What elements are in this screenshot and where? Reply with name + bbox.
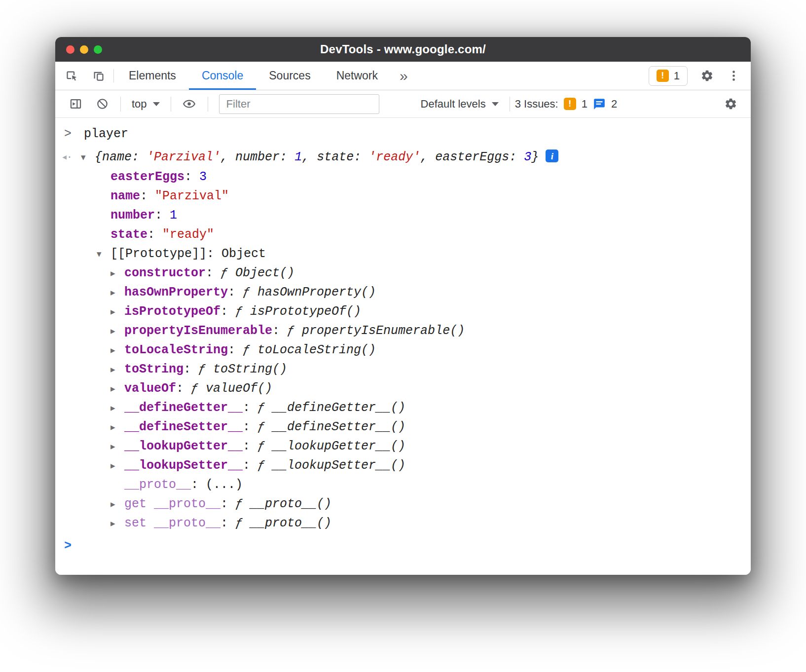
token-number: 1 — [170, 208, 177, 223]
token-name: __defineSetter__ — [124, 420, 243, 434]
log-level-selector[interactable]: Default levels — [415, 98, 505, 111]
device-toolbar-button[interactable] — [85, 62, 111, 90]
console-sidebar-button[interactable] — [62, 97, 89, 111]
token-key-i: state — [317, 150, 354, 164]
disclosure-triangle-icon[interactable]: ▸ — [110, 302, 124, 321]
console-row: ▸__defineGetter__: ƒ __defineGetter__() — [55, 398, 751, 417]
console-row: ▸propertyIsEnumerable: ƒ propertyIsEnume… — [55, 321, 751, 340]
console-row: ▸__lookupSetter__: ƒ __lookupSetter__() — [55, 456, 751, 475]
disclosure-triangle-icon[interactable]: ▸ — [110, 456, 124, 475]
live-expression-button[interactable] — [176, 97, 203, 111]
gear-icon — [724, 97, 737, 111]
device-toolbar-icon — [92, 69, 105, 82]
token-plain-i: , — [420, 150, 435, 164]
eye-icon — [183, 97, 196, 111]
console-log[interactable]: >player◂·▾{name: 'Parzival', number: 1, … — [55, 118, 751, 575]
settings-button[interactable] — [694, 62, 720, 90]
token-name: __lookupGetter__ — [124, 439, 243, 453]
token-name-light: __proto__ — [124, 478, 191, 492]
token-fn: ƒ __proto__() — [235, 497, 331, 511]
issues-label: 3 Issues: — [515, 98, 558, 111]
token-plain: : — [176, 381, 191, 396]
token-plain: : — [220, 304, 235, 319]
console-row: ▸toLocaleString: ƒ toLocaleString() — [55, 340, 751, 360]
issue-message-icon — [593, 98, 606, 111]
token-name: constructor — [124, 266, 206, 280]
menu-button[interactable] — [720, 62, 747, 90]
token-key-i: number — [235, 150, 280, 164]
token-plain-i: : — [354, 150, 368, 164]
console-row: ▸set __proto__: ƒ __proto__() — [55, 514, 751, 533]
disclosure-triangle-icon[interactable]: ▾ — [81, 148, 95, 167]
result-chevron-icon: ◂· — [61, 148, 81, 167]
token-name: toString — [124, 362, 183, 376]
token-plain: : — [191, 478, 206, 492]
token-name: name — [110, 189, 140, 203]
clear-console-icon — [96, 97, 109, 111]
context-selector[interactable]: top — [126, 98, 166, 111]
disclosure-triangle-icon[interactable]: ▸ — [110, 494, 124, 514]
token-plain: : — [228, 343, 243, 357]
console-row: ▸constructor: ƒ Object() — [55, 263, 751, 283]
token-string: "ready" — [162, 227, 214, 242]
disclosure-triangle-icon[interactable]: ▸ — [110, 417, 124, 437]
tab-console[interactable]: Console — [189, 62, 256, 90]
console-row: ▸valueOf: ƒ valueOf() — [55, 379, 751, 398]
info-icon[interactable]: i — [546, 149, 558, 162]
inspect-element-button[interactable] — [58, 62, 85, 90]
gear-icon — [700, 69, 714, 82]
cmd-chevron-icon: > — [64, 124, 84, 144]
disclosure-triangle-icon[interactable]: ▸ — [110, 437, 124, 456]
console-row: ▾[[Prototype]]: Object — [55, 244, 751, 263]
token-name: easterEggs — [110, 170, 184, 184]
disclosure-triangle-icon[interactable]: ▸ — [110, 263, 124, 283]
more-tabs-button[interactable]: » — [391, 62, 417, 90]
token-fn: ƒ __defineGetter__() — [257, 401, 405, 415]
token-plain: : — [184, 170, 199, 184]
token-plain: : — [140, 189, 155, 203]
chevron-down-icon — [492, 102, 499, 106]
token-name: hasOwnProperty — [124, 285, 228, 299]
issues-counter[interactable]: 3 Issues: ! 1 2 — [515, 98, 618, 111]
token-plain-i: : — [509, 150, 524, 164]
token-plain: : — [243, 401, 257, 415]
disclosure-triangle-icon[interactable]: ▸ — [110, 514, 124, 533]
disclosure-triangle-icon[interactable]: ▸ — [110, 340, 124, 360]
console-command: >player — [55, 120, 751, 146]
disclosure-triangle-icon[interactable]: ▾ — [97, 244, 110, 263]
token-fn: ƒ valueOf() — [191, 381, 272, 396]
inspect-cursor-icon — [65, 69, 78, 82]
disclosure-triangle-icon[interactable]: ▸ — [110, 321, 124, 340]
issue-error-count: 1 — [582, 98, 587, 111]
token-plain-i: , — [302, 150, 317, 164]
console-row: ▸get __proto__: ƒ __proto__() — [55, 494, 751, 514]
token-plain: Object — [221, 247, 266, 261]
token-name: propertyIsEnumerable — [124, 324, 272, 338]
tab-elements[interactable]: Elements — [116, 62, 189, 90]
tab-sources[interactable]: Sources — [256, 62, 323, 90]
token-key-i: name — [102, 150, 132, 164]
console-row: state: "ready" — [55, 225, 751, 244]
tab-network[interactable]: Network — [324, 62, 391, 90]
disclosure-triangle-icon[interactable]: ▸ — [110, 379, 124, 398]
console-row: easterEggs: 3 — [55, 167, 751, 187]
token-plain-i: , — [220, 150, 235, 164]
token-plain: : — [243, 458, 257, 473]
separator — [510, 97, 510, 112]
token-plain: : — [206, 266, 220, 280]
console-row: __proto__: (...) — [55, 475, 751, 494]
token-name: valueOf — [124, 381, 176, 396]
disclosure-triangle-icon[interactable]: ▸ — [110, 360, 124, 379]
filter-input[interactable] — [219, 94, 379, 114]
error-count-badge[interactable]: ! 1 — [649, 66, 688, 86]
window-titlebar[interactable]: DevTools - www.google.com/ — [55, 37, 751, 62]
token-plain: : — [207, 247, 221, 261]
token-plain: (...) — [206, 478, 243, 492]
disclosure-triangle-icon[interactable]: ▸ — [110, 398, 124, 417]
disclosure-triangle-icon[interactable]: ▸ — [110, 283, 124, 302]
token-name-light: get __proto__ — [124, 497, 220, 511]
console-settings-button[interactable] — [717, 97, 744, 111]
window-title: DevTools - www.google.com/ — [55, 42, 751, 56]
token-fn: ƒ toLocaleString() — [243, 343, 376, 357]
clear-console-button[interactable] — [89, 97, 115, 111]
